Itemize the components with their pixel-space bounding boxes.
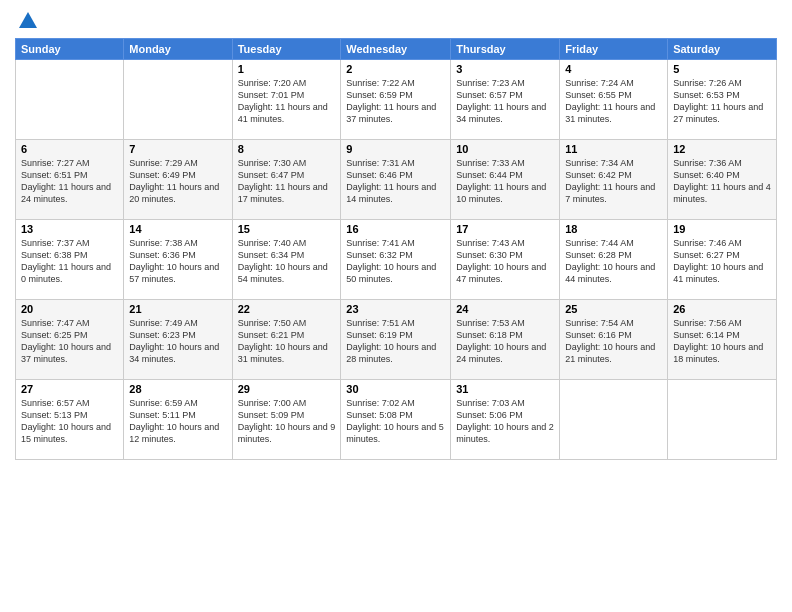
day-number: 19 [673, 223, 771, 235]
day-number: 10 [456, 143, 554, 155]
day-cell: 30Sunrise: 7:02 AMSunset: 5:08 PMDayligh… [341, 380, 451, 460]
day-number: 1 [238, 63, 336, 75]
day-cell: 25Sunrise: 7:54 AMSunset: 6:16 PMDayligh… [560, 300, 668, 380]
day-cell: 10Sunrise: 7:33 AMSunset: 6:44 PMDayligh… [451, 140, 560, 220]
day-cell: 31Sunrise: 7:03 AMSunset: 5:06 PMDayligh… [451, 380, 560, 460]
day-info: Sunrise: 7:37 AMSunset: 6:38 PMDaylight:… [21, 237, 118, 286]
day-cell: 9Sunrise: 7:31 AMSunset: 6:46 PMDaylight… [341, 140, 451, 220]
day-info: Sunrise: 7:20 AMSunset: 7:01 PMDaylight:… [238, 77, 336, 126]
day-cell: 14Sunrise: 7:38 AMSunset: 6:36 PMDayligh… [124, 220, 232, 300]
day-info: Sunrise: 7:53 AMSunset: 6:18 PMDaylight:… [456, 317, 554, 366]
header [15, 10, 777, 32]
week-row-5: 27Sunrise: 6:57 AMSunset: 5:13 PMDayligh… [16, 380, 777, 460]
day-cell: 7Sunrise: 7:29 AMSunset: 6:49 PMDaylight… [124, 140, 232, 220]
day-info: Sunrise: 7:23 AMSunset: 6:57 PMDaylight:… [456, 77, 554, 126]
day-info: Sunrise: 7:36 AMSunset: 6:40 PMDaylight:… [673, 157, 771, 206]
day-cell: 12Sunrise: 7:36 AMSunset: 6:40 PMDayligh… [668, 140, 777, 220]
day-number: 22 [238, 303, 336, 315]
day-number: 7 [129, 143, 226, 155]
day-number: 8 [238, 143, 336, 155]
header-row: SundayMondayTuesdayWednesdayThursdayFrid… [16, 39, 777, 60]
day-number: 17 [456, 223, 554, 235]
day-cell: 3Sunrise: 7:23 AMSunset: 6:57 PMDaylight… [451, 60, 560, 140]
day-number: 29 [238, 383, 336, 395]
day-cell: 8Sunrise: 7:30 AMSunset: 6:47 PMDaylight… [232, 140, 341, 220]
day-info: Sunrise: 7:00 AMSunset: 5:09 PMDaylight:… [238, 397, 336, 446]
svg-marker-0 [19, 12, 37, 28]
day-number: 9 [346, 143, 445, 155]
day-cell: 2Sunrise: 7:22 AMSunset: 6:59 PMDaylight… [341, 60, 451, 140]
day-number: 3 [456, 63, 554, 75]
day-number: 25 [565, 303, 662, 315]
day-cell: 17Sunrise: 7:43 AMSunset: 6:30 PMDayligh… [451, 220, 560, 300]
day-cell: 20Sunrise: 7:47 AMSunset: 6:25 PMDayligh… [16, 300, 124, 380]
day-info: Sunrise: 7:44 AMSunset: 6:28 PMDaylight:… [565, 237, 662, 286]
day-info: Sunrise: 7:03 AMSunset: 5:06 PMDaylight:… [456, 397, 554, 446]
day-cell: 26Sunrise: 7:56 AMSunset: 6:14 PMDayligh… [668, 300, 777, 380]
day-info: Sunrise: 7:22 AMSunset: 6:59 PMDaylight:… [346, 77, 445, 126]
week-row-2: 6Sunrise: 7:27 AMSunset: 6:51 PMDaylight… [16, 140, 777, 220]
week-row-4: 20Sunrise: 7:47 AMSunset: 6:25 PMDayligh… [16, 300, 777, 380]
day-info: Sunrise: 7:29 AMSunset: 6:49 PMDaylight:… [129, 157, 226, 206]
day-info: Sunrise: 7:27 AMSunset: 6:51 PMDaylight:… [21, 157, 118, 206]
day-info: Sunrise: 7:24 AMSunset: 6:55 PMDaylight:… [565, 77, 662, 126]
day-number: 13 [21, 223, 118, 235]
day-number: 27 [21, 383, 118, 395]
day-info: Sunrise: 7:40 AMSunset: 6:34 PMDaylight:… [238, 237, 336, 286]
day-number: 28 [129, 383, 226, 395]
day-number: 14 [129, 223, 226, 235]
day-number: 20 [21, 303, 118, 315]
col-header-tuesday: Tuesday [232, 39, 341, 60]
day-number: 16 [346, 223, 445, 235]
day-cell: 13Sunrise: 7:37 AMSunset: 6:38 PMDayligh… [16, 220, 124, 300]
calendar-table: SundayMondayTuesdayWednesdayThursdayFrid… [15, 38, 777, 460]
day-info: Sunrise: 7:43 AMSunset: 6:30 PMDaylight:… [456, 237, 554, 286]
col-header-thursday: Thursday [451, 39, 560, 60]
day-number: 5 [673, 63, 771, 75]
logo [15, 10, 39, 32]
week-row-3: 13Sunrise: 7:37 AMSunset: 6:38 PMDayligh… [16, 220, 777, 300]
day-number: 12 [673, 143, 771, 155]
day-cell: 16Sunrise: 7:41 AMSunset: 6:32 PMDayligh… [341, 220, 451, 300]
col-header-wednesday: Wednesday [341, 39, 451, 60]
col-header-monday: Monday [124, 39, 232, 60]
col-header-sunday: Sunday [16, 39, 124, 60]
day-info: Sunrise: 7:49 AMSunset: 6:23 PMDaylight:… [129, 317, 226, 366]
day-info: Sunrise: 7:30 AMSunset: 6:47 PMDaylight:… [238, 157, 336, 206]
day-cell: 6Sunrise: 7:27 AMSunset: 6:51 PMDaylight… [16, 140, 124, 220]
day-info: Sunrise: 7:38 AMSunset: 6:36 PMDaylight:… [129, 237, 226, 286]
day-info: Sunrise: 7:26 AMSunset: 6:53 PMDaylight:… [673, 77, 771, 126]
day-info: Sunrise: 7:33 AMSunset: 6:44 PMDaylight:… [456, 157, 554, 206]
day-cell: 22Sunrise: 7:50 AMSunset: 6:21 PMDayligh… [232, 300, 341, 380]
day-cell: 28Sunrise: 6:59 AMSunset: 5:11 PMDayligh… [124, 380, 232, 460]
day-number: 26 [673, 303, 771, 315]
day-info: Sunrise: 7:02 AMSunset: 5:08 PMDaylight:… [346, 397, 445, 446]
day-number: 4 [565, 63, 662, 75]
day-cell: 15Sunrise: 7:40 AMSunset: 6:34 PMDayligh… [232, 220, 341, 300]
day-number: 6 [21, 143, 118, 155]
day-info: Sunrise: 6:57 AMSunset: 5:13 PMDaylight:… [21, 397, 118, 446]
day-cell: 4Sunrise: 7:24 AMSunset: 6:55 PMDaylight… [560, 60, 668, 140]
day-info: Sunrise: 6:59 AMSunset: 5:11 PMDaylight:… [129, 397, 226, 446]
day-number: 2 [346, 63, 445, 75]
day-cell: 21Sunrise: 7:49 AMSunset: 6:23 PMDayligh… [124, 300, 232, 380]
day-number: 31 [456, 383, 554, 395]
day-info: Sunrise: 7:46 AMSunset: 6:27 PMDaylight:… [673, 237, 771, 286]
day-info: Sunrise: 7:51 AMSunset: 6:19 PMDaylight:… [346, 317, 445, 366]
day-info: Sunrise: 7:31 AMSunset: 6:46 PMDaylight:… [346, 157, 445, 206]
day-info: Sunrise: 7:47 AMSunset: 6:25 PMDaylight:… [21, 317, 118, 366]
day-info: Sunrise: 7:50 AMSunset: 6:21 PMDaylight:… [238, 317, 336, 366]
day-cell [668, 380, 777, 460]
logo-icon [17, 10, 39, 32]
day-info: Sunrise: 7:41 AMSunset: 6:32 PMDaylight:… [346, 237, 445, 286]
col-header-saturday: Saturday [668, 39, 777, 60]
day-number: 23 [346, 303, 445, 315]
day-number: 30 [346, 383, 445, 395]
day-cell: 11Sunrise: 7:34 AMSunset: 6:42 PMDayligh… [560, 140, 668, 220]
week-row-1: 1Sunrise: 7:20 AMSunset: 7:01 PMDaylight… [16, 60, 777, 140]
col-header-friday: Friday [560, 39, 668, 60]
day-cell: 29Sunrise: 7:00 AMSunset: 5:09 PMDayligh… [232, 380, 341, 460]
day-number: 21 [129, 303, 226, 315]
day-info: Sunrise: 7:56 AMSunset: 6:14 PMDaylight:… [673, 317, 771, 366]
day-cell: 27Sunrise: 6:57 AMSunset: 5:13 PMDayligh… [16, 380, 124, 460]
